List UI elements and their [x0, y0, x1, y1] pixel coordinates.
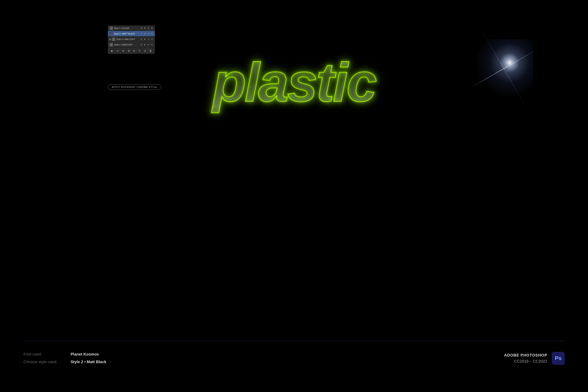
layer-thumbnail-4: T [109, 43, 113, 46]
move-icon-4[interactable]: ✥ [144, 43, 146, 46]
adobe-version: CC2019 – CC2022 [514, 359, 547, 364]
layer-thumbnail-1: T [109, 26, 113, 30]
arrow-indicator: ↳ [109, 38, 111, 40]
copy-icon-4[interactable]: ⧉ [150, 43, 153, 46]
layer-thumbnail-2: T [109, 32, 113, 36]
layer-name-3: Style 3 • RIM LIGHT [116, 38, 139, 40]
layer-thumbnail-3: T [112, 38, 115, 41]
plastic-text-wrapper: plastic plastic plastic [212, 51, 375, 114]
move-icon-1[interactable]: ✥ [144, 27, 146, 30]
layer-icons-4: 👁 ✥ fx ⧉ [140, 43, 153, 46]
fx-icon-2[interactable]: fx [147, 32, 150, 35]
copy-icon-1[interactable]: ⧉ [150, 27, 153, 30]
adobe-info: ADOBE PHOTOSHOP CC2019 – CC2022 [504, 353, 547, 364]
layer-row-4[interactable]: T Style 4 • MERCURY 👁 ✥ fx ⧉ [108, 42, 155, 48]
font-value: Planet Kosmos [70, 352, 99, 356]
eye-icon-1[interactable]: 👁 [140, 27, 143, 30]
layer-name-2: Style 2 • MATT BLACK [114, 32, 139, 35]
chrome-label: Chrome style used: [24, 360, 67, 364]
layer-icons-3: 👁 ✥ fx ⧉ [140, 38, 153, 40]
chrome-row: Chrome style used: Style 2 • Matt Black [24, 360, 106, 364]
chrome-value: Style 2 • Matt Black [70, 360, 106, 364]
fx-icon-1[interactable]: fx [147, 27, 150, 30]
eye-icon-3[interactable]: 👁 [140, 38, 143, 40]
fx-icon-3[interactable]: fx [147, 38, 150, 40]
separator-line [24, 341, 564, 341]
footer-right: ADOBE PHOTOSHOP CC2019 – CC2022 Ps [504, 352, 564, 364]
move-icon-3[interactable]: ✥ [144, 38, 146, 40]
fx-icon-4[interactable]: fx [147, 43, 150, 46]
ps-label: Ps [555, 355, 562, 362]
footer-info: Font used: Planet Kosmos Chrome style us… [24, 352, 564, 364]
layer-row-2[interactable]: T Style 2 • MATT BLACK 👁 ✥ fx ⧉ [108, 31, 155, 36]
layer-icons-2: 👁 ✥ fx ⧉ [140, 32, 153, 35]
font-label: Font used: [24, 352, 67, 356]
layer-row-3[interactable]: ↳ T Style 3 • RIM LIGHT 👁 ✥ fx ⧉ [108, 36, 155, 42]
ps-icon: Ps [552, 352, 564, 364]
layers-panel: T Style 1 • SILVER 👁 ✥ fx ⧉ T Style 2 • … [108, 26, 155, 54]
footer-left: Font used: Planet Kosmos Chrome style us… [24, 352, 106, 364]
main-text-container: plastic plastic plastic [24, 51, 564, 114]
plastic-main-text: plastic [212, 51, 375, 114]
layer-icons-1: 👁 ✥ fx ⧉ [140, 27, 153, 30]
font-row: Font used: Planet Kosmos [24, 352, 106, 356]
copy-icon-2[interactable]: ⧉ [150, 32, 153, 35]
copy-icon-3[interactable]: ⧉ [150, 38, 153, 40]
layer-name-4: Style 4 • MERCURY [114, 44, 139, 46]
layer-row-1[interactable]: T Style 1 • SILVER 👁 ✥ fx ⧉ [108, 26, 155, 31]
eye-icon-2[interactable]: 👁 [140, 32, 143, 35]
move-icon-2[interactable]: ✥ [144, 32, 146, 35]
adobe-app-name: ADOBE PHOTOSHOP [504, 353, 547, 358]
eye-icon-4[interactable]: 👁 [140, 43, 143, 46]
layer-name-1: Style 1 • SILVER [114, 27, 139, 30]
